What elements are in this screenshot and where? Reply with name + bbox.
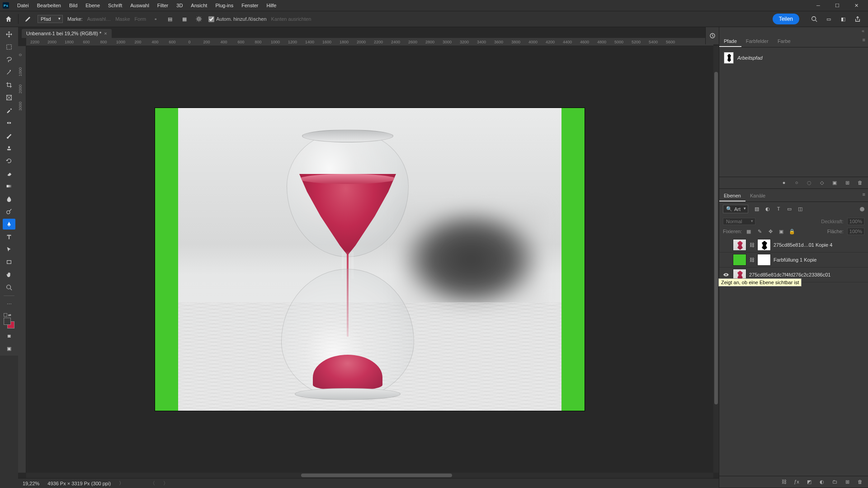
layer-mask-thumbnail[interactable] — [757, 254, 771, 266]
tab-channels[interactable]: Kanäle — [745, 191, 770, 202]
auto-add-delete-checkbox[interactable]: Autom. hinzuf./löschen — [208, 16, 266, 22]
canvas[interactable] — [26, 46, 713, 473]
layer-filter-dropdown[interactable]: 🔍 Art — [723, 205, 748, 213]
close-button[interactable]: ✕ — [847, 0, 865, 11]
brush-tool[interactable] — [3, 130, 15, 141]
filter-shape-icon[interactable]: ▭ — [786, 206, 793, 212]
link-layers-icon[interactable]: ⛓ — [780, 479, 788, 485]
horizontal-scrollbar[interactable] — [26, 473, 713, 478]
rectangle-tool[interactable] — [3, 257, 15, 267]
screen-mode-icon[interactable]: ▣ — [3, 343, 15, 354]
crop-tool[interactable] — [3, 80, 15, 90]
share-button[interactable]: Teilen — [773, 14, 799, 24]
lock-artboard-icon[interactable]: ▣ — [778, 229, 784, 235]
layer-style-icon[interactable]: ƒx — [793, 479, 800, 485]
layer-link-icon[interactable]: ⛓ — [749, 257, 755, 263]
blur-tool[interactable] — [3, 193, 15, 204]
menu-view[interactable]: Ansicht — [187, 1, 211, 10]
layer-row[interactable]: ⛓ 275cd85e81d…01 Kopie 4 — [719, 238, 868, 253]
tab-swatches[interactable]: Farbfelder — [741, 36, 773, 47]
filter-adjustment-icon[interactable]: ◐ — [764, 206, 771, 212]
new-layer-icon[interactable]: ⊞ — [844, 479, 851, 485]
layer-thumbnail[interactable] — [733, 254, 746, 266]
path-item[interactable]: Arbeitspfad — [723, 50, 864, 66]
swap-colors-icon[interactable]: ⇄ — [8, 313, 12, 317]
pen-tool[interactable] — [3, 219, 15, 230]
layer-link-icon[interactable]: ⛓ — [749, 242, 755, 248]
status-nav-left-icon[interactable]: 〈 — [150, 480, 155, 487]
add-mask-icon[interactable]: ◩ — [806, 479, 813, 485]
menu-image[interactable]: Bild — [66, 1, 81, 10]
make-selection-button[interactable]: Auswahl… — [87, 16, 111, 22]
panel-menu-icon[interactable]: ≡ — [863, 37, 865, 42]
status-nav-right-icon[interactable]: 〉 — [163, 480, 168, 487]
path-operations-icon[interactable]: ▫ — [151, 14, 160, 24]
add-mask-icon[interactable]: ▣ — [831, 180, 838, 186]
minimize-button[interactable]: ─ — [809, 0, 827, 11]
new-path-icon[interactable]: ⊞ — [844, 180, 851, 186]
lasso-tool[interactable] — [3, 54, 15, 65]
healing-brush-tool[interactable] — [3, 117, 15, 128]
filter-smart-icon[interactable]: ◫ — [797, 206, 803, 212]
delete-layer-icon[interactable]: 🗑 — [856, 479, 863, 485]
menu-select[interactable]: Auswahl — [127, 1, 153, 10]
hand-tool[interactable] — [3, 269, 15, 280]
menu-file[interactable]: Datei — [14, 1, 33, 10]
tab-layers[interactable]: Ebenen — [719, 191, 745, 202]
collapse-panels-icon[interactable]: « — [719, 27, 868, 34]
panel-menu-icon[interactable]: ≡ — [863, 192, 865, 197]
document-tab[interactable]: Unbenannt-1 bei 19,2% (RGB/8) * × — [22, 29, 112, 38]
edit-toolbar-icon[interactable]: ⋯ — [3, 299, 15, 310]
fill-value[interactable]: 100% — [847, 228, 864, 235]
document-dimensions[interactable]: 4936 Px × 3319 Px (300 ppi) — [47, 481, 111, 486]
menu-3d[interactable]: 3D — [173, 1, 186, 10]
make-mask-button[interactable]: Maske — [115, 16, 130, 22]
vertical-scrollbar[interactable] — [713, 46, 719, 473]
filter-type-icon[interactable]: T — [775, 206, 782, 212]
collapsed-panel-icon[interactable] — [705, 27, 719, 44]
layer-visibility-toggle[interactable] — [722, 256, 730, 264]
quick-mask-icon[interactable]: ◙ — [3, 330, 15, 341]
home-icon[interactable] — [4, 14, 14, 24]
layer-thumbnail[interactable] — [733, 239, 746, 251]
tab-paths[interactable]: Pfade — [719, 36, 741, 47]
lock-position-icon[interactable]: ✥ — [767, 229, 774, 235]
lock-pixels-icon[interactable]: ✎ — [756, 229, 763, 235]
menu-edit[interactable]: Bearbeiten — [33, 1, 65, 10]
layer-name[interactable]: 275cd85e81dc7f4fd276c2c23386c01 — [749, 272, 830, 277]
color-swatches[interactable]: ⇄ — [4, 313, 14, 328]
magic-wand-tool[interactable] — [3, 67, 15, 78]
tool-mode-dropdown[interactable]: Pfad — [38, 15, 63, 23]
pen-tool-preset-icon[interactable] — [23, 14, 33, 24]
eraser-tool[interactable] — [3, 168, 15, 179]
tab-color[interactable]: Farbe — [773, 36, 795, 47]
status-flyout-icon[interactable]: 〉 — [119, 480, 124, 487]
layer-name[interactable]: Farbfüllung 1 Kopie — [774, 257, 816, 263]
menu-window[interactable]: Fenster — [238, 1, 262, 10]
path-arrangement-icon[interactable]: ▦ — [179, 14, 189, 24]
layer-row[interactable]: ⛓ Farbfüllung 1 Kopie — [719, 253, 868, 267]
eyedropper-tool[interactable] — [3, 105, 15, 116]
stroke-path-icon[interactable]: ○ — [793, 180, 800, 186]
arrange-icon[interactable]: ◧ — [839, 15, 847, 23]
dodge-tool[interactable] — [3, 206, 15, 217]
delete-path-icon[interactable]: 🗑 — [856, 180, 863, 186]
lock-transparency-icon[interactable]: ▦ — [745, 229, 752, 235]
filter-toggle[interactable] — [860, 207, 864, 211]
search-icon[interactable] — [810, 15, 818, 23]
selection-to-path-icon[interactable]: ◇ — [818, 180, 826, 186]
default-colors-icon[interactable] — [4, 313, 7, 317]
zoom-tool[interactable] — [3, 282, 15, 293]
move-tool[interactable] — [3, 29, 15, 40]
history-brush-tool[interactable] — [3, 155, 15, 166]
path-to-selection-icon[interactable]: ◌ — [806, 180, 813, 186]
layer-row[interactable]: 275cd85e81dc7f4fd276c2c23386c01 Zeigt an… — [719, 267, 868, 282]
scrollbar-thumb[interactable] — [301, 474, 452, 477]
new-group-icon[interactable]: 🗀 — [831, 479, 838, 485]
layer-mask-thumbnail[interactable] — [757, 239, 771, 251]
menu-plugins[interactable]: Plug-ins — [212, 1, 237, 10]
menu-help[interactable]: Hilfe — [263, 1, 280, 10]
export-icon[interactable] — [854, 15, 862, 23]
frame-tool[interactable] — [3, 92, 15, 103]
gear-icon[interactable] — [194, 14, 204, 24]
